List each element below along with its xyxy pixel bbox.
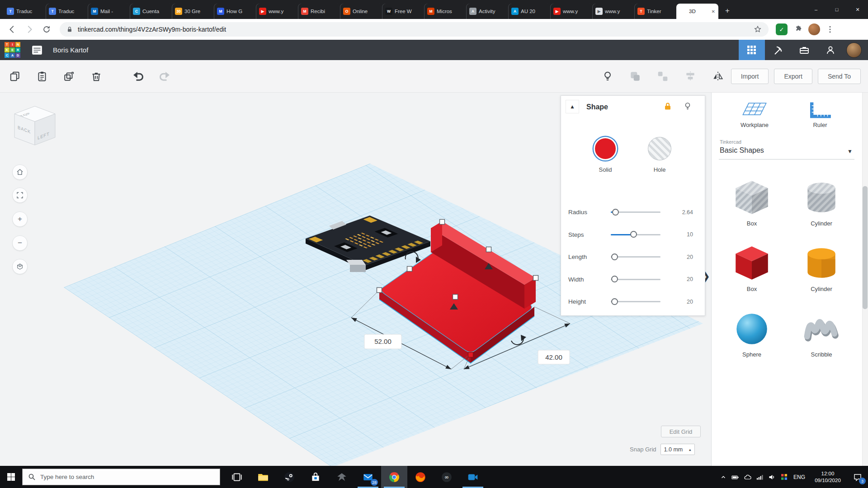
slider-handle[interactable] [611,276,618,282]
action-center-button[interactable]: 3 [847,466,868,488]
slider-track[interactable] [611,256,660,258]
length-dimension-value[interactable]: 52.00 [374,338,392,345]
hole-option[interactable] [648,137,671,160]
camera-button[interactable] [460,466,486,488]
slider-handle[interactable] [611,253,618,260]
shape-gallery-item[interactable]: Box [731,242,773,292]
profile-person-icon[interactable] [817,40,844,60]
snap-grid-select[interactable]: 1.0 mm ▴ [660,444,695,455]
lock-icon[interactable] [663,102,672,111]
firefox-button[interactable] [407,466,434,488]
address-bar[interactable]: tinkercad.com/things/4V2zArSWy9m-boris-k… [60,22,769,37]
game-center-button[interactable] [329,466,355,488]
slider-track[interactable] [611,234,660,235]
file-explorer-button[interactable] [250,466,276,488]
back-button[interactable] [5,22,20,37]
perspective-toggle-button[interactable] [12,259,28,274]
browser-tab[interactable]: MHow G [214,4,256,19]
site-lock-icon[interactable] [66,25,73,33]
import-button[interactable]: Import [731,69,769,84]
browser-menu-icon[interactable] [826,25,835,34]
home-view-button[interactable] [12,164,28,180]
browser-tab[interactable]: TTraduc [46,4,88,19]
sidebar-scrollbar[interactable] [862,93,868,466]
browser-tab[interactable]: TTraduc [4,4,46,19]
fit-view-button[interactable] [12,188,28,203]
scrollbar-thumb[interactable] [863,186,868,309]
refresh-button[interactable] [39,22,54,37]
shape-gallery-item[interactable]: Sphere [731,308,773,358]
briefcase-icon[interactable] [791,40,817,60]
browser-tab[interactable]: MMicros [424,4,466,19]
paste-button[interactable] [34,69,50,84]
battery-icon[interactable] [729,466,741,488]
store-button[interactable] [302,466,329,488]
3d-canvas[interactable]: 52.00 42.00 [0,93,711,466]
forward-button[interactable] [22,22,37,37]
minecraft-pickaxe-icon[interactable] [765,40,791,60]
oovoo-button[interactable]: ∞ [434,466,460,488]
new-tab-button[interactable]: + [721,5,734,17]
browser-tab[interactable]: ▶www.y [256,4,298,19]
slider-handle[interactable] [612,209,619,216]
show-all-bulb-icon[interactable] [600,69,615,84]
browser-tab[interactable]: ▶www.y [550,4,592,19]
panel-collapse-button[interactable]: ▲ [566,100,579,113]
active-resize-handle[interactable] [468,352,473,357]
profile-avatar[interactable] [808,23,820,35]
browser-tab-active[interactable]: 3D✕ [676,4,718,19]
maximize-button[interactable]: □ [826,0,847,19]
copy-button[interactable] [7,69,23,84]
account-avatar[interactable] [846,42,862,58]
shape-gallery-item[interactable]: Scribble [801,308,842,358]
zoom-in-button[interactable]: + [12,211,28,227]
mail-button[interactable]: 28 [355,466,381,488]
delete-button[interactable] [89,69,104,84]
shape-gallery-item[interactable]: Cylinder [801,242,842,292]
slider-track[interactable] [611,301,660,302]
minimize-button[interactable]: – [806,0,826,19]
browser-tab[interactable]: CCuenta [130,4,172,19]
clock[interactable]: 12:00 09/10/2020 [808,470,847,484]
steam-button[interactable] [276,466,302,488]
export-button[interactable]: Export [774,69,812,84]
extension-icon[interactable]: ✓ [776,23,788,35]
slider-track[interactable] [611,211,660,213]
bookmark-star-icon[interactable] [753,25,762,34]
task-view-button[interactable] [224,466,250,488]
volume-icon[interactable] [766,466,778,488]
workplane-tool[interactable]: Workplane [741,100,769,128]
shape-category-dropdown[interactable]: Tinkercad Basic Shapes ▼ [719,138,854,160]
browser-tab[interactable]: ▶www.y [592,4,634,19]
browser-tab[interactable]: AActivity [466,4,508,19]
send-to-button[interactable]: Send To [818,69,861,84]
puzzle-extensions-icon[interactable] [793,24,803,34]
width-dimension-value[interactable]: 42.00 [545,353,562,361]
zoom-out-button[interactable]: − [12,235,28,251]
onedrive-cloud-icon[interactable] [741,466,754,488]
browser-tab[interactable]: MRecibi [298,4,340,19]
tab-close-icon[interactable]: ✕ [712,9,715,14]
close-button[interactable]: ✕ [847,0,868,19]
ruler-tool[interactable]: Ruler [807,100,834,128]
browser-tab[interactable]: 3030 Gre [172,4,214,19]
hidden-icons-chevron-icon[interactable] [717,466,729,488]
design-title[interactable]: Boris Kartof [53,46,88,54]
shape-gallery-item[interactable]: Box [731,177,773,227]
visibility-bulb-icon[interactable] [683,102,692,111]
edit-grid-button[interactable]: Edit Grid [661,426,701,437]
network-icon[interactable] [754,466,766,488]
shape-gallery-item[interactable]: Cylinder [801,177,842,227]
chrome-button[interactable] [381,466,407,488]
duplicate-button[interactable] [61,69,77,84]
browser-tab[interactable]: TTinker [634,4,676,19]
blocks-view-button[interactable] [739,40,765,60]
view-cube[interactable]: TOP BACK LEFT [14,106,55,145]
url-text[interactable]: tinkercad.com/things/4V2zArSWy9m-boris-k… [78,26,749,33]
mirror-button[interactable] [710,69,726,84]
slider-track[interactable] [611,279,660,280]
tinkercad-logo[interactable]: TINKERCAD [5,42,20,58]
browser-tab[interactable]: AAU 20 [508,4,550,19]
slider-handle[interactable] [630,231,637,238]
solid-option[interactable] [594,137,617,160]
